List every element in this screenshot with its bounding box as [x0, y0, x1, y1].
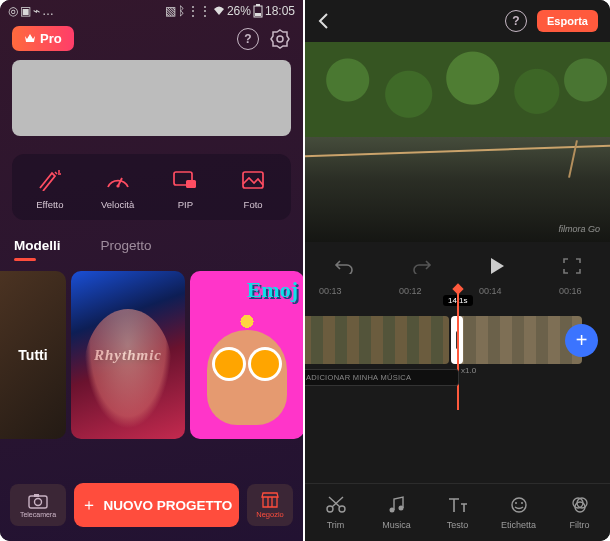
svg-rect-8: [29, 496, 47, 508]
fullscreen-button[interactable]: [563, 258, 581, 274]
export-button[interactable]: Esporta: [537, 10, 598, 32]
clock: 18:05: [265, 4, 295, 18]
svg-rect-1: [256, 4, 260, 6]
tool-label-sticker[interactable]: Etichetta: [492, 495, 546, 530]
svg-point-4: [116, 184, 119, 187]
tool-label: Filtro: [570, 520, 590, 530]
clip[interactable]: [305, 316, 449, 364]
svg-point-9: [35, 498, 42, 505]
clip[interactable]: [452, 316, 582, 364]
vibrate-icon: ▧: [165, 4, 176, 18]
trim-icon: [325, 495, 347, 515]
battery-icon: [253, 4, 263, 18]
time-tick: 00:12: [399, 286, 422, 296]
timeline[interactable]: 14.1s x1.0 + ADICIONAR MINHA MÚSICA: [305, 306, 610, 392]
tool-label: Testo: [447, 520, 469, 530]
time-tick: 00:16: [559, 286, 582, 296]
svg-point-3: [277, 36, 283, 42]
camera-label: Telecamera: [20, 511, 56, 518]
shop-button[interactable]: Negozio: [247, 484, 293, 526]
tool-pip[interactable]: PIP: [155, 168, 215, 210]
undo-button[interactable]: [334, 258, 354, 274]
wifi-icon: ⋮⋮: [187, 4, 211, 18]
shop-icon: [261, 492, 279, 508]
speed-icon: [104, 168, 132, 192]
tool-trim[interactable]: Trim: [309, 495, 363, 530]
tool-speed[interactable]: Velocità: [88, 168, 148, 210]
svg-point-13: [389, 508, 394, 513]
new-project-button[interactable]: ＋ NUOVO PROGETTO: [74, 483, 239, 527]
add-music-track[interactable]: ADICIONAR MINHA MÚSICA: [305, 369, 459, 386]
crown-icon: [24, 33, 36, 44]
template-card-rhythmic[interactable]: Rhythmic: [71, 271, 185, 439]
plus-icon: ＋: [81, 495, 97, 516]
camera-button[interactable]: Telecamera: [10, 484, 66, 526]
tool-effect[interactable]: Effetto: [20, 168, 80, 210]
svg-rect-2: [255, 13, 261, 16]
pip-icon: [171, 168, 199, 192]
template-title: Emoj: [247, 277, 298, 303]
new-project-label: NUOVO PROGETTO: [104, 498, 233, 513]
pro-badge[interactable]: Pro: [12, 26, 74, 51]
time-tick: 00:13: [319, 286, 342, 296]
settings-button[interactable]: [269, 28, 291, 50]
svg-point-15: [512, 498, 526, 512]
banner-placeholder: [12, 60, 291, 136]
tool-label: Musica: [382, 520, 411, 530]
back-button[interactable]: [317, 12, 331, 30]
help-button[interactable]: ?: [237, 28, 259, 50]
pro-label: Pro: [40, 31, 62, 46]
svg-point-16: [515, 502, 517, 504]
speed-indicator: x1.0: [461, 366, 476, 375]
shop-label: Negozio: [256, 510, 284, 519]
wifi-icon: [213, 6, 225, 16]
photo-icon: [239, 168, 267, 192]
play-button[interactable]: [489, 257, 505, 275]
status-bar: ◎ ▣ ⌁ … ▧ ᛒ ⋮⋮ 26% 18:05: [0, 0, 303, 22]
camera-icon: [28, 493, 48, 509]
tool-filter[interactable]: Filtro: [553, 495, 607, 530]
playhead[interactable]: [457, 288, 459, 410]
bluetooth-icon: ᛒ: [178, 4, 185, 18]
battery-percent: 26%: [227, 4, 251, 18]
tool-text[interactable]: Testo: [431, 495, 485, 530]
tool-label: Foto: [244, 199, 263, 210]
tool-label: Effetto: [36, 199, 63, 210]
filter-icon: [570, 495, 590, 515]
effect-icon: [36, 168, 64, 192]
tool-label: Velocità: [101, 199, 134, 210]
video-preview[interactable]: filmora Go: [305, 42, 610, 242]
notif-icon: ◎: [8, 4, 18, 18]
template-card-all[interactable]: Tutti: [0, 271, 66, 439]
watermark: filmora Go: [558, 224, 600, 234]
music-icon: [388, 495, 406, 515]
templates-row: Tutti Rhythmic Emoj: [0, 271, 303, 439]
redo-button[interactable]: [412, 258, 432, 274]
tab-templates[interactable]: Modelli: [14, 238, 61, 259]
sticker-icon: [509, 495, 529, 515]
tool-label: Etichetta: [501, 520, 536, 530]
tool-label: Trim: [327, 520, 345, 530]
svg-rect-6: [186, 180, 196, 188]
svg-point-17: [521, 502, 523, 504]
help-button[interactable]: ?: [505, 10, 527, 32]
svg-point-14: [398, 506, 403, 511]
tool-label: PIP: [178, 199, 193, 210]
tool-music[interactable]: Musica: [370, 495, 424, 530]
svg-rect-10: [34, 494, 39, 497]
template-card-emoji[interactable]: Emoj: [190, 271, 303, 439]
editor-toolbar: Trim Musica Testo Etichetta: [305, 483, 610, 541]
tab-bar: Modelli Progetto: [14, 238, 289, 259]
add-clip-button[interactable]: +: [565, 324, 598, 357]
template-title: Tutti: [18, 347, 47, 363]
plus-icon: +: [576, 329, 588, 352]
text-icon: [447, 495, 469, 515]
notif-icon: ▣: [20, 4, 31, 18]
time-tick: 00:14: [479, 286, 502, 296]
tool-row: Effetto Velocità PIP Foto: [12, 154, 291, 220]
notif-icon: ⌁: [33, 4, 40, 18]
tab-project[interactable]: Progetto: [101, 238, 152, 259]
tool-photo[interactable]: Foto: [223, 168, 283, 210]
